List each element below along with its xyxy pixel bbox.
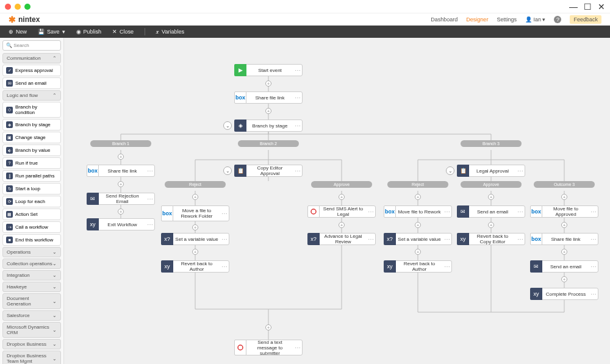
drag-icon[interactable]: ⋯ [293, 344, 302, 351]
drag-icon[interactable]: ⋯ [367, 209, 375, 215]
help-icon[interactable]: ? [554, 16, 561, 23]
feedback-button[interactable]: Feedback [570, 15, 601, 24]
drag-icon[interactable]: ⋯ [589, 291, 598, 298]
node-branch-stage[interactable]: ◈Branch by stage⋯ [234, 120, 303, 132]
drag-icon[interactable]: ⋯ [589, 236, 598, 243]
action-branch-stage[interactable]: ◈Branch by stage [2, 119, 61, 130]
drag-icon[interactable]: ⋯ [589, 263, 598, 270]
node-send-email2[interactable]: ✉Send an email⋯ [457, 205, 525, 218]
connector-dot[interactable]: + [339, 222, 345, 228]
drag-icon[interactable]: ⋯ [589, 209, 598, 215]
action-run-if-true[interactable]: ?Run if true [2, 157, 61, 169]
drag-icon[interactable]: ⋯ [220, 210, 229, 217]
drag-icon[interactable]: ⋯ [367, 236, 375, 243]
connector-dot[interactable]: + [192, 224, 198, 230]
node-set-var2[interactable]: x?Set a variable value⋯ [384, 233, 452, 245]
node-copy-editor[interactable]: 📋Copy Editor Approval⋯ [234, 165, 303, 177]
drag-icon[interactable]: ⋯ [220, 236, 229, 243]
nav-settings[interactable]: Settings [497, 16, 517, 23]
connector-dot[interactable]: + [265, 324, 271, 330]
node-advance-legal[interactable]: x?Advance to Legal Review⋯ [307, 233, 376, 245]
drag-icon[interactable]: ⋯ [516, 236, 525, 243]
connector-dot[interactable]: + [192, 194, 198, 200]
action-loop-each[interactable]: ⟳Loop for each [2, 196, 61, 207]
drag-icon[interactable]: ⋯ [293, 95, 302, 101]
collapse-toggle[interactable]: ⌄ [223, 166, 232, 175]
action-send-email[interactable]: ✉Send an email [2, 77, 61, 89]
connector-dot[interactable]: + [561, 222, 567, 228]
branch-approve-2[interactable]: Approve [461, 181, 522, 188]
nav-dashboard[interactable]: Dashboard [431, 16, 458, 23]
node-revert-copy[interactable]: xyRevert back to Copy Editor⋯ [457, 233, 525, 245]
workflow-canvas[interactable]: ▶Start event⋯ + boxShare file link⋯ + ⌄ … [64, 38, 610, 364]
drag-icon[interactable]: ⋯ [146, 168, 154, 174]
nav-designer[interactable]: Designer [466, 16, 488, 23]
close-icon[interactable]: ✕ [598, 2, 605, 12]
close-button[interactable]: ✕ Close [112, 29, 134, 35]
action-run-parallel[interactable]: ∥Run parallel paths [2, 170, 61, 182]
category-dropbox-team[interactable]: Dropbox Business Team Mgmt⌄ [2, 351, 61, 364]
branch-label-3[interactable]: Branch 3 [461, 140, 522, 147]
drag-icon[interactable]: ⋯ [516, 168, 525, 174]
node-revert-author2[interactable]: xyRevert back to Author⋯ [384, 260, 452, 273]
drag-icon[interactable]: ⋯ [443, 236, 451, 243]
search-input[interactable]: 🔍 Search [2, 40, 61, 51]
branch-reject[interactable]: Reject [165, 181, 226, 188]
action-branch-value[interactable]: ⬖Branch by value [2, 145, 61, 156]
action-start-loop[interactable]: ↻Start a loop [2, 183, 61, 194]
node-start-event[interactable]: ▶Start event⋯ [234, 64, 303, 76]
connector-dot[interactable]: + [265, 80, 271, 87]
drag-icon[interactable]: ⋯ [443, 263, 451, 270]
connector-dot[interactable]: + [561, 276, 567, 282]
connector-dot[interactable]: + [265, 108, 271, 114]
node-revert-author[interactable]: xyRevert back to Author⋯ [161, 260, 229, 273]
drag-icon[interactable]: ⋯ [220, 263, 229, 270]
node-legal-approval[interactable]: 📋Legal Approval⋯ [457, 165, 525, 177]
connector-dot[interactable]: + [488, 222, 494, 228]
branch-outcome3[interactable]: Outcome 3 [534, 181, 595, 188]
action-end-workflow[interactable]: ■End this workflow [2, 234, 61, 246]
category-dropbox[interactable]: Dropbox Business⌄ [2, 339, 61, 349]
category-collection[interactable]: Collection operations⌄ [2, 259, 61, 269]
connector-dot[interactable]: + [488, 194, 494, 200]
collapse-toggle[interactable]: ⌄ [446, 166, 454, 175]
maximize-traffic-icon[interactable] [24, 4, 30, 10]
drag-icon[interactable]: ⋯ [146, 196, 154, 202]
node-move-rework[interactable]: boxMove a file to Rework Folder⋯ [161, 205, 229, 221]
drag-icon[interactable]: ⋯ [146, 221, 154, 228]
category-integration[interactable]: Integration⌄ [2, 270, 61, 280]
connector-dot[interactable]: + [415, 249, 421, 255]
minimize-icon[interactable]: — [569, 2, 578, 12]
new-button[interactable]: ⊕ New [9, 29, 27, 35]
category-docgen[interactable]: Document Generation⌄ [2, 293, 61, 309]
connector-dot[interactable]: + [339, 194, 345, 200]
node-exit-workflow[interactable]: xyExit Workflow⋯ [87, 218, 155, 230]
drag-icon[interactable]: ⋯ [293, 67, 302, 74]
minimize-traffic-icon[interactable] [15, 4, 21, 10]
branch-label-2[interactable]: Branch 2 [238, 140, 299, 147]
drag-icon[interactable]: ⋯ [293, 123, 302, 129]
drag-icon[interactable]: ⋯ [516, 209, 525, 215]
save-button[interactable]: 💾 Save ▾ [38, 29, 65, 35]
branch-approve[interactable]: Approve [311, 181, 372, 188]
node-sms-legal[interactable]: Send SMS Alert to Legal⋯ [307, 205, 376, 218]
branch-reject-2[interactable]: Reject [387, 181, 448, 188]
variables-button[interactable]: 𝒙 Variables [156, 29, 184, 35]
drag-icon[interactable]: ⋯ [443, 209, 451, 215]
connector-dot[interactable]: + [118, 154, 124, 160]
connector-dot[interactable]: + [561, 249, 567, 255]
connector-dot[interactable]: + [118, 181, 124, 187]
category-communication[interactable]: Communication⌃ [2, 53, 61, 63]
category-hawkeye[interactable]: Hawkeye⌄ [2, 282, 61, 292]
close-traffic-icon[interactable] [5, 4, 11, 10]
action-action-set[interactable]: ▦Action Set [2, 209, 61, 220]
node-move-rework2[interactable]: boxMove file to Rework⋯ [384, 205, 452, 218]
collapse-toggle[interactable]: ⌄ [223, 121, 232, 130]
node-share-link-b1[interactable]: boxShare file link⋯ [87, 165, 155, 177]
connector-dot[interactable]: + [415, 222, 421, 228]
publish-button[interactable]: ◉ Publish [76, 29, 102, 35]
node-share-link2[interactable]: boxShare file link⋯ [530, 233, 598, 245]
action-branch-condition[interactable]: ◇Branch by condition [2, 102, 61, 118]
category-logic[interactable]: Logic and flow⌃ [2, 90, 61, 101]
node-share-link[interactable]: boxShare file link⋯ [234, 91, 303, 104]
